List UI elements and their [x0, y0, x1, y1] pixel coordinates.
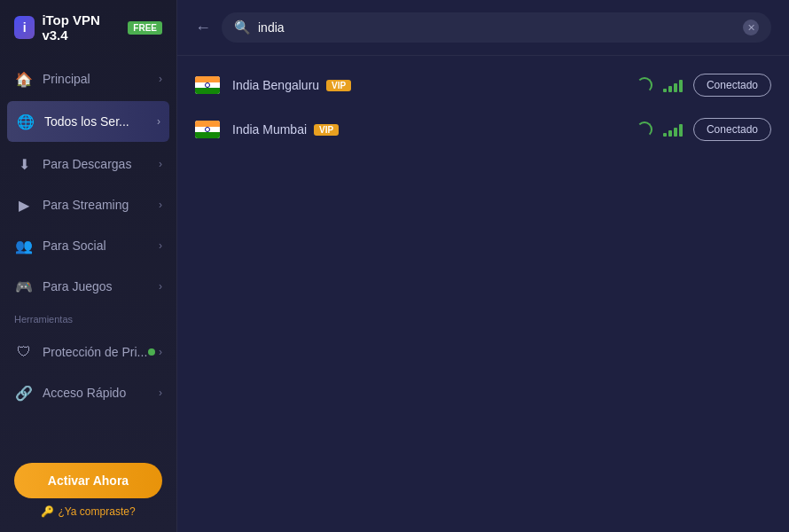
- active-dot: [148, 348, 155, 356]
- table-row[interactable]: India Bengaluru VIP Conectado: [177, 63, 789, 107]
- sidebar: i iTop VPN v3.4 FREE 🏠 Principal › 🌐 Tod…: [0, 0, 177, 532]
- signal-bar-4: [679, 80, 683, 92]
- signal-bar-3: [674, 83, 677, 92]
- activate-button[interactable]: Activar Ahora: [14, 463, 162, 498]
- sidebar-item-label: Para Juegos: [43, 279, 159, 293]
- search-container: 🔍 ✕: [222, 12, 771, 43]
- signal-bars: [663, 78, 683, 92]
- house-icon: 🏠: [14, 69, 34, 89]
- chevron-icon: ›: [159, 158, 162, 170]
- search-icon: 🔍: [234, 20, 251, 35]
- loading-spinner: [637, 121, 652, 137]
- vip-badge: VIP: [326, 80, 351, 91]
- search-bar: ← 🔍 ✕: [177, 0, 789, 56]
- app-header: i iTop VPN v3.4 FREE: [0, 0, 176, 55]
- chevron-icon: ›: [159, 239, 162, 252]
- app-title: iTop VPN v3.4: [42, 12, 121, 43]
- server-actions: Conectado: [637, 74, 771, 97]
- vip-badge: VIP: [314, 124, 339, 136]
- sidebar-item-descargas[interactable]: ⬇ Para Descargas ›: [0, 144, 176, 184]
- app-logo: i: [14, 16, 35, 39]
- clear-search-button[interactable]: ✕: [743, 20, 759, 35]
- table-row[interactable]: India Mumbai VIP Conectado: [177, 107, 789, 152]
- purchase-label: ¿Ya compraste?: [58, 505, 135, 518]
- sidebar-nav: 🏠 Principal › 🌐 Todos los Ser... › ⬇ Par…: [0, 55, 176, 449]
- chevron-icon: ›: [159, 387, 162, 399]
- sidebar-item-acceso[interactable]: 🔗 Acceso Rápido ›: [0, 372, 176, 413]
- link-icon: 🔗: [14, 383, 34, 403]
- sidebar-item-social[interactable]: 👥 Para Social ›: [0, 225, 176, 266]
- signal-bar-2: [668, 86, 672, 92]
- key-icon: 🔑: [41, 505, 54, 518]
- india-flag: [195, 121, 220, 138]
- shield-icon: 🛡: [14, 342, 34, 362]
- signal-bar-1: [663, 133, 667, 137]
- signal-bar-3: [674, 128, 677, 137]
- connected-button[interactable]: Conectado: [693, 74, 771, 97]
- server-list: India Bengaluru VIP Conectado: [177, 56, 789, 532]
- signal-bar-1: [663, 89, 667, 92]
- connected-button[interactable]: Conectado: [693, 118, 771, 141]
- sidebar-item-principal[interactable]: 🏠 Principal ›: [0, 59, 176, 99]
- social-icon: 👥: [14, 236, 34, 255]
- download-icon: ⬇: [14, 154, 34, 174]
- free-badge: FREE: [128, 21, 162, 35]
- server-actions: Conectado: [637, 118, 771, 141]
- search-input[interactable]: [258, 20, 736, 35]
- chevron-icon: ›: [159, 199, 162, 211]
- chevron-icon: ›: [159, 73, 162, 85]
- chevron-icon: ›: [159, 280, 162, 293]
- sidebar-item-todos[interactable]: 🌐 Todos los Ser... ›: [7, 101, 169, 142]
- loading-spinner: [637, 77, 652, 93]
- sidebar-item-label: Todos los Ser...: [44, 114, 157, 129]
- globe-icon: 🌐: [16, 112, 35, 131]
- sidebar-item-streaming[interactable]: ▶ Para Streaming ›: [0, 184, 176, 225]
- india-flag: [195, 76, 220, 94]
- main-content: ← 🔍 ✕ India Bengaluru VIP: [177, 0, 789, 532]
- sidebar-item-label: Protección de Pri...: [43, 345, 148, 359]
- sidebar-item-juegos[interactable]: 🎮 Para Juegos ›: [0, 266, 176, 307]
- server-name: India Bengaluru VIP: [232, 78, 637, 92]
- sidebar-footer: Activar Ahora 🔑 ¿Ya compraste?: [0, 449, 176, 532]
- server-name: India Mumbai VIP: [232, 122, 637, 137]
- streaming-icon: ▶: [14, 195, 34, 215]
- chevron-icon: ›: [157, 115, 160, 128]
- sidebar-item-label: Para Descargas: [43, 157, 159, 171]
- tools-section: Herramientas: [0, 307, 176, 332]
- sidebar-item-label: Para Streaming: [43, 198, 159, 212]
- signal-bars: [663, 122, 683, 137]
- purchase-link[interactable]: 🔑 ¿Ya compraste?: [41, 505, 135, 518]
- sidebar-item-label: Acceso Rápido: [43, 386, 159, 400]
- back-button[interactable]: ←: [195, 19, 211, 37]
- tools-label: Herramientas: [14, 314, 162, 325]
- sidebar-item-privacidad[interactable]: 🛡 Protección de Pri... ›: [0, 332, 176, 372]
- signal-bar-4: [679, 124, 683, 137]
- signal-bar-2: [668, 130, 672, 137]
- sidebar-item-label: Principal: [43, 72, 159, 86]
- game-icon: 🎮: [14, 277, 34, 296]
- chevron-icon: ›: [159, 346, 162, 358]
- sidebar-item-label: Para Social: [43, 239, 159, 253]
